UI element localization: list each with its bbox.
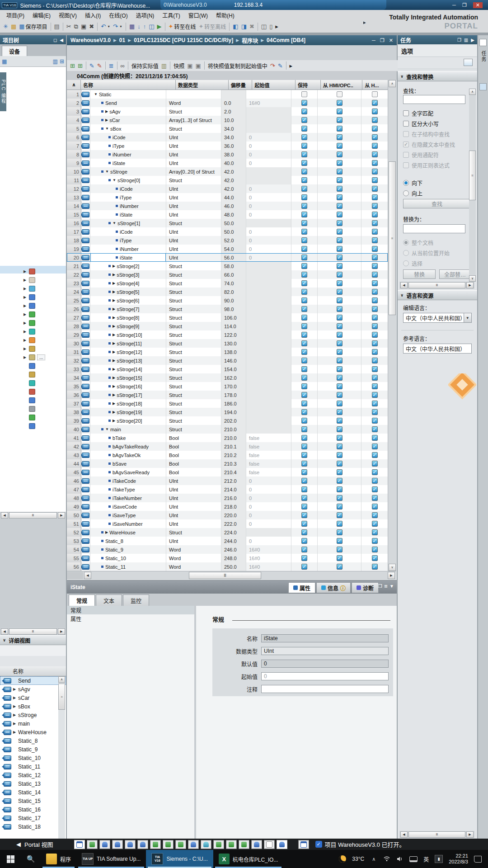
- cell-name[interactable]: Static_8: [90, 537, 166, 545]
- hmi-checkbox[interactable]: [337, 203, 343, 209]
- table-row[interactable]: 47iTakeTypeUInt214.00: [67, 485, 388, 494]
- subtab-2[interactable]: 监控: [123, 594, 149, 606]
- list-icon[interactable]: ≣: [384, 584, 388, 589]
- cell-datatype[interactable]: Struct: [166, 348, 221, 356]
- cell-name[interactable]: bTake: [90, 434, 166, 442]
- retain-checkbox[interactable]: [301, 315, 307, 321]
- tray-expand-icon[interactable]: ∧: [370, 856, 377, 862]
- hmi-checkbox[interactable]: [337, 426, 343, 432]
- cell-name[interactable]: ▶sStroge[10]: [90, 330, 166, 339]
- tree-item[interactable]: ▶: [0, 344, 66, 353]
- hmi-checkbox[interactable]: [337, 169, 343, 175]
- cell-datatype[interactable]: Bool: [166, 451, 221, 459]
- cell-startvalue[interactable]: [246, 124, 291, 133]
- expand-row-icon[interactable]: ▶: [113, 350, 115, 354]
- cell-name[interactable]: ▶sStroge[19]: [90, 408, 166, 416]
- breadcrumb-seg-1[interactable]: 01: [119, 37, 125, 43]
- open-editor-icon-2[interactable]: [99, 840, 110, 849]
- float-icon[interactable]: ❐: [378, 584, 382, 589]
- retain-checkbox[interactable]: [301, 203, 307, 209]
- cell-startvalue[interactable]: 0: [246, 210, 291, 219]
- retain-checkbox[interactable]: [301, 478, 307, 484]
- db-toolbar-icon-4[interactable]: ✎: [96, 61, 103, 71]
- retain-checkbox[interactable]: [301, 401, 307, 406]
- table-row[interactable]: 43bAgvTakeOkBool210.2false: [67, 451, 388, 459]
- retain-checkbox[interactable]: [301, 340, 307, 346]
- hmi-checkbox[interactable]: [337, 521, 343, 527]
- hmi-checkbox[interactable]: [337, 340, 343, 346]
- cell-name[interactable]: ▶sStroge[14]: [90, 365, 166, 373]
- hmi-checkbox[interactable]: [337, 538, 343, 544]
- retain-checkbox[interactable]: [301, 521, 307, 527]
- retain-checkbox[interactable]: [301, 375, 307, 381]
- expand-row-icon[interactable]: ▶: [113, 324, 115, 328]
- cell-startvalue[interactable]: 0: [246, 236, 291, 245]
- find-hscrollbar[interactable]: ◀Ⅲ▶: [399, 282, 474, 289]
- expand-row-icon[interactable]: ▶: [113, 376, 115, 380]
- retain-checkbox[interactable]: [301, 177, 307, 183]
- retain-checkbox[interactable]: [301, 169, 307, 175]
- cell-datatype[interactable]: Bool: [166, 459, 221, 468]
- cell-startvalue[interactable]: false: [246, 442, 291, 451]
- cell-datatype[interactable]: Struct: [166, 408, 221, 416]
- cell-startvalue[interactable]: 0: [246, 159, 291, 167]
- table-row[interactable]: 3▶sAgvStruct2.0: [67, 107, 388, 116]
- option-checkbox[interactable]: [403, 121, 409, 127]
- minimize-icon[interactable]: ─: [452, 2, 456, 8]
- open-editor-icon-11[interactable]: [213, 840, 224, 849]
- cell-name[interactable]: ▶WareHouse: [90, 528, 166, 537]
- hmi-checkbox[interactable]: [337, 151, 343, 157]
- table-row[interactable]: 37▶sStroge[18]Struct186.0: [67, 399, 388, 408]
- h-checkbox[interactable]: [372, 306, 378, 312]
- hmi-checkbox[interactable]: [337, 435, 343, 441]
- cell-datatype[interactable]: Struct: [166, 262, 221, 270]
- cell-datatype[interactable]: Word: [166, 99, 221, 107]
- h-checkbox[interactable]: [372, 100, 378, 106]
- cell-name[interactable]: ▶sStroge[11]: [90, 339, 166, 348]
- retain-checkbox[interactable]: [301, 297, 307, 303]
- toolbar-icon-24[interactable]: ◨: [240, 22, 248, 32]
- open-editor-icon-15[interactable]: [264, 840, 275, 849]
- cell-startvalue[interactable]: 0: [246, 184, 291, 193]
- cell-startvalue[interactable]: [246, 399, 291, 408]
- table-row[interactable]: 35▶sStroge[16]Struct170.0: [67, 382, 388, 391]
- detail-item[interactable]: ▶sBox: [0, 702, 66, 711]
- table-row[interactable]: 4▶sCarArray[1..3] of Struct10.0: [67, 116, 388, 124]
- open-editor-icon-4[interactable]: [125, 840, 136, 849]
- field-input[interactable]: iState: [261, 634, 389, 642]
- cell-name[interactable]: ▶sCar: [90, 116, 166, 124]
- detail-item[interactable]: ▶sStroge: [0, 711, 66, 719]
- toolbar-icon-11[interactable]: ↶▼: [99, 22, 112, 32]
- cell-name[interactable]: ▼sBox: [90, 124, 166, 133]
- db-toolbar-icon-0[interactable]: ⊞: [69, 61, 76, 71]
- retain-checkbox[interactable]: [301, 538, 307, 544]
- h-checkbox[interactable]: [372, 529, 378, 535]
- detail-item[interactable]: Static_9: [0, 745, 66, 754]
- expand-row-icon[interactable]: ▶: [113, 333, 115, 337]
- toolbar-icon-20[interactable]: ✦转至在线: [167, 22, 197, 32]
- cell-datatype[interactable]: UInt: [166, 210, 221, 219]
- h-checkbox[interactable]: [372, 469, 378, 475]
- hmi-checkbox[interactable]: [337, 306, 343, 312]
- cell-name[interactable]: iTakeNumber: [90, 494, 166, 502]
- cell-name[interactable]: iState: [90, 253, 166, 262]
- open-editor-icon-7[interactable]: [163, 840, 174, 849]
- table-row[interactable]: 2SendWord0.016#0: [67, 99, 388, 107]
- retain-checkbox[interactable]: [301, 392, 307, 398]
- db-toolbar-icon-18[interactable]: ↷: [269, 61, 277, 71]
- table-row[interactable]: 9iStateUInt40.00: [67, 159, 388, 167]
- tree-item[interactable]: ▶: [0, 310, 66, 319]
- editor-close-icon[interactable]: ✕: [389, 38, 393, 43]
- cell-name[interactable]: bAgvTakeOk: [90, 451, 166, 459]
- toolbar-icon-16[interactable]: ↑: [142, 22, 148, 32]
- collapse-props-icon[interactable]: ▼: [389, 584, 394, 589]
- retain-checkbox[interactable]: [301, 504, 307, 509]
- open-editor-icon-1[interactable]: [87, 840, 98, 849]
- hmi-checkbox[interactable]: [337, 134, 343, 140]
- retain-checkbox[interactable]: [301, 143, 307, 149]
- table-row[interactable]: 10▼sStrogeArray[0..20] of Struct42.0: [67, 167, 388, 176]
- table-row[interactable]: 26▶sStroge[7]Struct98.0: [67, 305, 388, 313]
- table-row[interactable]: 13iTypeUInt44.00: [67, 193, 388, 202]
- cell-name[interactable]: iNumber: [90, 150, 166, 159]
- table-row[interactable]: 14iNumberUInt46.00: [67, 202, 388, 210]
